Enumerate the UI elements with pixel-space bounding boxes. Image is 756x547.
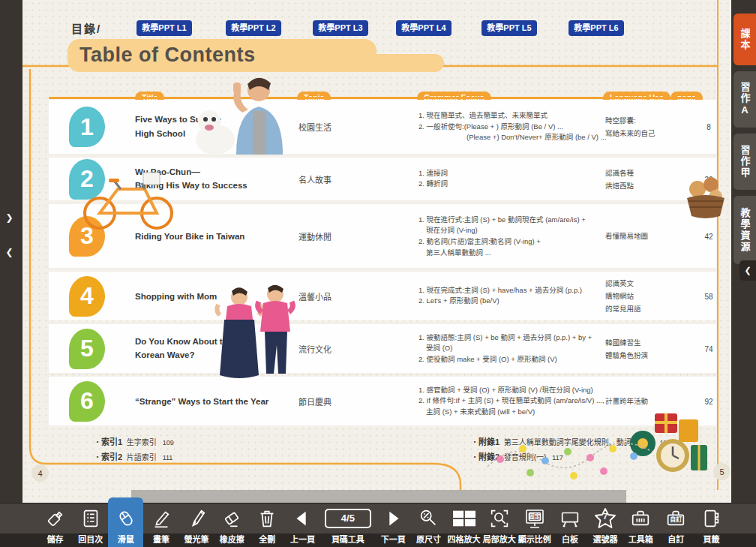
eraser-icon — [220, 503, 243, 533]
unit1-topic: 校園生活 — [298, 121, 370, 133]
tool-whiteboard[interactable]: 白板 — [552, 503, 587, 547]
next-page-icon — [382, 503, 404, 533]
usb-icon — [44, 503, 67, 533]
index-item-1: ・索引1 生字索引109 — [94, 435, 174, 447]
header-underline — [49, 97, 703, 99]
highlighter-icon — [185, 503, 208, 533]
chevron-left-icon: ❮ — [744, 266, 751, 275]
tab-workbook-a[interactable]: 習作A — [734, 71, 756, 128]
book-tabs-strip: 課本 習作A 習作甲 教學資源 ❮ — [731, 0, 756, 503]
tool-display-ratio[interactable]: 固定 顯示比例 — [517, 503, 552, 547]
tool-number-picker[interactable]: 7 選號器 — [588, 503, 623, 547]
unit2-title: Wu Pao-Chun—Baking His Way to Success — [135, 165, 289, 194]
unit4-title: Shopping with Mom — [135, 289, 289, 303]
unit3-topic: 運動休閒 — [298, 230, 370, 242]
tool-delete-all[interactable]: 全刪 — [250, 503, 285, 547]
ppt-button-l5[interactable]: 教學PPT L5 — [482, 20, 537, 36]
unit5-grammar: 1. 被動語態:主詞 (S) + be 動詞 + 過去分詞 (p.p.) + b… — [418, 332, 610, 365]
nav-arrow-left-button[interactable]: ❮ — [2, 242, 17, 261]
bookmark-tabs-icon — [700, 503, 722, 533]
unit3-language-use: 看懂簡易地圖 — [605, 230, 692, 242]
unit3-page: 42 — [694, 232, 724, 240]
unit4-number: 4 — [69, 276, 105, 317]
ppt-button-l6[interactable]: 教學PPT L6 — [568, 20, 624, 36]
tool-next-page[interactable]: 下一頁 — [376, 503, 411, 547]
unit1-title: Five Ways to SurviveHigh School — [135, 113, 289, 141]
toc-row-unit4: 4 Shopping with Mom 溫馨小品 1. 現在完成式:主詞 (S)… — [49, 272, 716, 320]
toc-row-unit1: 1 Five Ways to SurviveHigh School 校園生活 1… — [49, 100, 716, 154]
page-number-right: 5 — [713, 463, 730, 480]
tool-toolbox[interactable]: 工具箱 — [623, 503, 658, 547]
tool-page-tabs[interactable]: 頁籤 — [694, 503, 729, 547]
page-shadow-bar — [131, 490, 626, 503]
unit3-grammar: 1. 現在進行式:主詞 (S) + be 動詞現在式 (am/are/is) +… — [418, 214, 610, 258]
unit6-page: 92 — [694, 397, 724, 405]
tool-save[interactable]: 儲存 — [38, 503, 73, 547]
tool-quad-zoom[interactable]: 四格放大 — [446, 503, 482, 547]
ppt-button-l3[interactable]: 教學PPT L3 — [313, 20, 368, 36]
unit6-language-use: 計畫跨年活動 — [605, 395, 692, 407]
bottom-toolbar: 儲存 回目次 滑鼠 畫筆 螢光筆 — [0, 503, 756, 547]
prev-page-icon — [291, 503, 314, 533]
unit1-language-use: 時空膠囊:寫給未來的自己 — [605, 114, 692, 140]
unit1-page: 8 — [694, 123, 724, 131]
unit3-number: 3 — [69, 216, 105, 257]
tool-pen[interactable]: 畫筆 — [143, 503, 178, 547]
unit6-topic: 節日慶典 — [298, 395, 370, 407]
tool-prev-page[interactable]: 上一頁 — [285, 503, 320, 547]
contents-icon — [80, 503, 102, 533]
page-number-left: 4 — [32, 464, 49, 482]
tab-workbook-jia[interactable]: 習作甲 — [734, 134, 756, 190]
unit5-topic: 流行文化 — [298, 343, 370, 355]
toc-row-unit3: 3 Riding Your Bike in Taiwan 運動休閒 1. 現在進… — [49, 204, 716, 268]
unit4-grammar: 1. 現在完成式:主詞 (S) + have/has + 過去分詞 (p.p.)… — [418, 285, 610, 307]
chevron-right-icon: ❯ — [5, 212, 13, 223]
unit2-page: 26 — [694, 175, 724, 183]
chevron-left-icon: ❮ — [5, 247, 13, 257]
page-title: Table of Contents — [80, 44, 256, 67]
index-item-2: ・索引2 片語索引111 — [94, 450, 172, 462]
unit5-language-use: 韓國練習生體驗角色扮演 — [605, 335, 692, 361]
zoom-percent-icon — [417, 503, 440, 533]
whiteboard-icon — [559, 503, 581, 533]
tool-area-zoom[interactable]: 局部放大 — [482, 503, 517, 547]
appendix-item-2: ・附錄2 發音規則(一)117 — [471, 450, 563, 462]
unit4-language-use: 認識英文購物網站的常見用語 — [605, 277, 692, 315]
toc-row-unit5: 5 Do You Know About theKorean Wave? 流行文化… — [49, 324, 716, 373]
unit2-number: 2 — [69, 159, 105, 200]
custom-toolbox-icon: 自訂 — [664, 503, 687, 533]
ppt-button-l4[interactable]: 教學PPT L4 — [396, 20, 452, 36]
unit2-topic: 名人故事 — [298, 173, 370, 185]
unit6-title: “Strange” Ways to Start the Year — [135, 394, 289, 408]
nav-arrow-right-button[interactable]: ❯ — [2, 208, 17, 227]
unit2-grammar: 1. 連接詞 2. 轉折詞 — [418, 168, 610, 190]
unit5-number: 5 — [69, 329, 105, 369]
tab-teaching-resources[interactable]: 教學資源 — [734, 196, 756, 264]
quad-zoom-icon — [452, 503, 477, 533]
tool-mouse[interactable]: 滑鼠 — [108, 497, 143, 547]
tabs-collapse-button[interactable]: ❮ — [740, 260, 756, 281]
unit5-title: Do You Know About theKorean Wave? — [135, 335, 289, 363]
unit2-language-use: 認識各種烘焙西點 — [605, 166, 692, 191]
unit5-page: 74 — [694, 344, 724, 353]
tool-page-indicator[interactable]: 4/5 頁碼工具 — [320, 503, 376, 547]
display-ratio-icon: 固定 — [523, 503, 547, 533]
tool-eraser[interactable]: 橡皮擦 — [214, 503, 250, 547]
tab-textbook[interactable]: 課本 — [734, 14, 756, 65]
unit1-number: 1 — [69, 107, 105, 147]
unit4-topic: 溫馨小品 — [298, 290, 370, 302]
tool-custom[interactable]: 自訂 自訂 — [658, 503, 694, 547]
toolbox-icon — [629, 503, 652, 533]
unit6-number: 6 — [69, 381, 105, 422]
tool-highlighter[interactable]: 螢光筆 — [179, 503, 214, 547]
unit3-title: Riding Your Bike in Taiwan — [135, 229, 289, 243]
page-indicator-value: 4/5 — [325, 509, 371, 528]
trash-icon — [256, 503, 278, 533]
ppt-button-l1[interactable]: 教學PPT L1 — [136, 20, 192, 36]
toc-row-unit2: 2 Wu Pao-Chun—Baking His Way to Success … — [49, 158, 716, 200]
tool-back-to-contents[interactable]: 回目次 — [73, 503, 108, 547]
tool-original-size[interactable]: 原尺寸 — [411, 503, 446, 547]
unit6-grammar: 1. 感官動詞 + 受詞 (O) + 原形動詞 (V) /現在分詞 (V-ing… — [418, 384, 610, 417]
mouse-icon — [115, 503, 137, 533]
ppt-button-l2[interactable]: 教學PPT L2 — [226, 20, 281, 36]
